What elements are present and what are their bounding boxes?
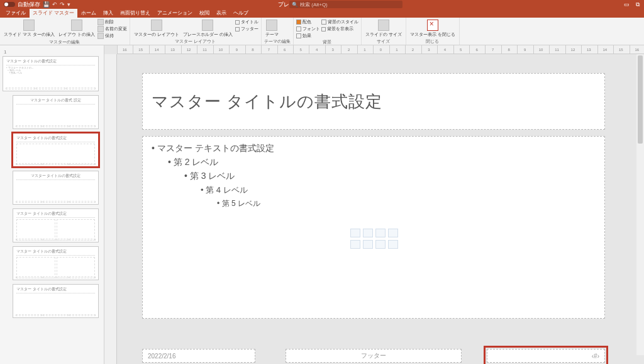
table-icon[interactable] [350, 229, 360, 237]
title-checkbox[interactable]: タイトル [235, 19, 258, 25]
level5-text: 第 5 レベル [152, 197, 596, 210]
autosave-toggle[interactable] [4, 2, 15, 7]
layout-thumbnail[interactable]: マスター タイトルの書式設定 [13, 246, 99, 280]
group-label: テーマの編集 [264, 38, 291, 45]
body-placeholder[interactable]: マスター テキストの書式設定 第 2 レベル 第 3 レベル 第 4 レベル 第… [142, 136, 605, 319]
group-label: サイズ [364, 38, 403, 45]
colors-button[interactable]: 配色 [296, 19, 320, 25]
tab-file[interactable]: ファイル [3, 8, 29, 18]
delete-button[interactable]: 削除 [97, 19, 127, 25]
level2-text: 第 2 レベル [152, 156, 596, 169]
effects-button[interactable]: 効果 [296, 33, 320, 39]
tab-animations[interactable]: アニメーション [154, 8, 196, 18]
search-placeholder: 検索 (Alt+Q) [300, 1, 328, 8]
titlebar: 自動保存 💾 ↶ ↷ ▾ プレゼンテーション1 - PowerPoint 🔍 検… [0, 0, 644, 9]
slide-number-text: ‹#› [592, 353, 599, 360]
fonts-button[interactable]: フォント [296, 26, 320, 32]
vertical-ruler [104, 54, 117, 364]
slide-number-placeholder[interactable]: ‹#› [487, 349, 605, 363]
level4-text: 第 4 レベル [152, 183, 596, 197]
tab-slide-master[interactable]: スライド マスター [30, 8, 77, 18]
vertical-scrollbar[interactable] [636, 54, 644, 355]
layout-thumbnail[interactable]: マスター タイトルの書式設定 [13, 284, 99, 318]
insert-slide-master-button[interactable]: スライド マス ターの挿入 [3, 19, 56, 38]
close-master-view-button[interactable]: ×マスター表示 を閉じる [409, 19, 457, 38]
icon-icon[interactable] [388, 240, 398, 249]
layout-thumbnail[interactable]: マスター タイトルの書式 設定 [13, 95, 99, 129]
date-text: 2022/2/16 [148, 353, 176, 360]
picture-icon[interactable] [350, 240, 360, 249]
tab-review[interactable]: 校閲 [196, 8, 213, 18]
background-styles-button[interactable]: 背景のスタイル [321, 19, 358, 25]
search-icon: 🔍 [292, 2, 298, 8]
layout-thumbnail-selected[interactable]: マスター タイトルの書式設定 [13, 133, 99, 167]
scrollbar-thumb[interactable] [638, 55, 643, 144]
video-icon[interactable] [375, 240, 386, 249]
tab-home[interactable]: ホーム [78, 8, 99, 18]
ribbon-group-close: ×マスター表示 を閉じる 閉じる [406, 18, 460, 45]
save-icon[interactable]: 💾 [43, 1, 50, 8]
chart-icon[interactable] [363, 229, 373, 237]
group-label: 閉じる [409, 38, 457, 45]
group-label: マスター レイアウト [133, 38, 258, 45]
ribbon-group-background: 配色 フォント 効果 背景のスタイル 背景を非表示 背景 [294, 18, 362, 45]
ribbon-group-master-layout: マスターの レイアウト プレースホルダー の挿入 タイトル フッター マスター … [130, 18, 262, 45]
tab-transitions[interactable]: 画面切り替え [117, 8, 153, 18]
preserve-button[interactable]: 保持 [97, 33, 127, 39]
slide-canvas: マスター タイトルの書式設定 マスター テキストの書式設定 第 2 レベル 第 … [142, 73, 605, 363]
ribbon: スライド マス ターの挿入 レイアウ トの挿入 削除 名前の変更 保持 マスター… [0, 18, 644, 45]
slide-size-button[interactable]: スライドの サイズ [364, 19, 403, 38]
group-label: マスターの編集 [3, 39, 127, 45]
themes-button[interactable]: テーマ [264, 19, 280, 38]
online-picture-icon[interactable] [363, 240, 373, 249]
content-placeholder-icons[interactable] [350, 229, 398, 249]
insert-placeholder-button[interactable]: プレースホルダー の挿入 [182, 19, 234, 38]
master-layout-button[interactable]: マスターの レイアウト [133, 19, 180, 38]
layout-thumbnail[interactable]: マスター タイトルの書式設定 [13, 171, 99, 205]
undo-icon[interactable]: ↶ [52, 1, 57, 8]
window-restore-icon[interactable]: ⧉ [634, 1, 641, 8]
tab-view[interactable]: 表示 [213, 8, 230, 18]
title-placeholder[interactable]: マスター タイトルの書式設定 [142, 73, 605, 130]
rename-button[interactable]: 名前の変更 [97, 26, 127, 32]
tab-help[interactable]: ヘルプ [230, 8, 252, 18]
master-number: 1 [4, 49, 99, 55]
hide-background-checkbox[interactable]: 背景を非表示 [321, 26, 358, 32]
tab-insert[interactable]: 挿入 [100, 8, 116, 18]
search-box[interactable]: 🔍 検索 (Alt+Q) [289, 1, 402, 8]
group-label: 背景 [296, 39, 358, 45]
level1-text: マスター テキストの書式設定 [152, 142, 596, 156]
date-placeholder[interactable]: 2022/2/16 [142, 349, 255, 363]
qat-more-icon[interactable]: ▾ [67, 1, 70, 8]
footer-checkbox[interactable]: フッター [235, 26, 258, 32]
redo-icon[interactable]: ↷ [60, 1, 65, 8]
smartart-icon[interactable] [375, 229, 386, 237]
slide-editor[interactable]: 1615141312111098765432101234567891011121… [104, 45, 644, 364]
ribbon-tabs: ファイル スライド マスター ホーム 挿入 画面切り替え アニメーション 校閲 … [0, 9, 644, 18]
title-text: マスター タイトルの書式設定 [152, 91, 382, 113]
thumbnail-pane[interactable]: 1 マスター タイトルの書式設定 • マスター テキストの… • 第2レベル •… [0, 45, 104, 364]
insert-layout-button[interactable]: レイアウ トの挿入 [57, 19, 96, 38]
ribbon-options-icon[interactable]: ▭ [623, 1, 630, 8]
level3-text: 第 3 レベル [152, 169, 596, 183]
footer-placeholder[interactable]: フッター [286, 349, 462, 363]
autosave-label: 自動保存 [18, 1, 40, 9]
layout-thumbnail[interactable]: マスター タイトルの書式設定 [13, 208, 99, 242]
ribbon-group-themes: テーマ テーマの編集 [262, 18, 294, 45]
work-area: 1 マスター タイトルの書式設定 • マスター テキストの… • 第2レベル •… [0, 45, 644, 364]
slide-master-thumbnail[interactable]: マスター タイトルの書式設定 • マスター テキストの… • 第2レベル • 第… [3, 56, 99, 91]
ribbon-group-master-edit: スライド マス ターの挿入 レイアウ トの挿入 削除 名前の変更 保持 マスター… [0, 18, 130, 45]
horizontal-ruler: 1615141312111098765432101234567891011121… [117, 45, 644, 54]
footer-text: フッター [361, 351, 386, 360]
ribbon-group-size: スライドの サイズ サイズ [362, 18, 406, 45]
3d-model-icon[interactable] [388, 229, 398, 237]
